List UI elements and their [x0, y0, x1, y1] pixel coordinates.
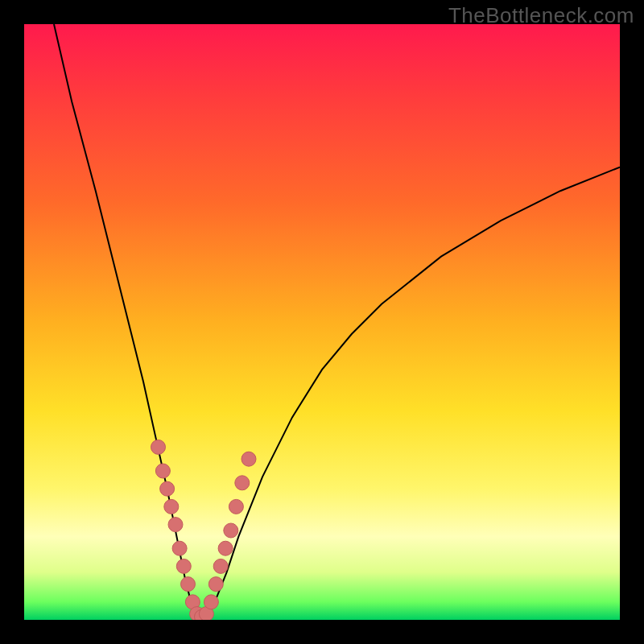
- plot-outer: [24, 24, 620, 620]
- chart-frame: TheBottleneck.com: [0, 0, 644, 644]
- watermark-text: TheBottleneck.com: [448, 3, 634, 28]
- plot-gradient-background: [24, 24, 620, 620]
